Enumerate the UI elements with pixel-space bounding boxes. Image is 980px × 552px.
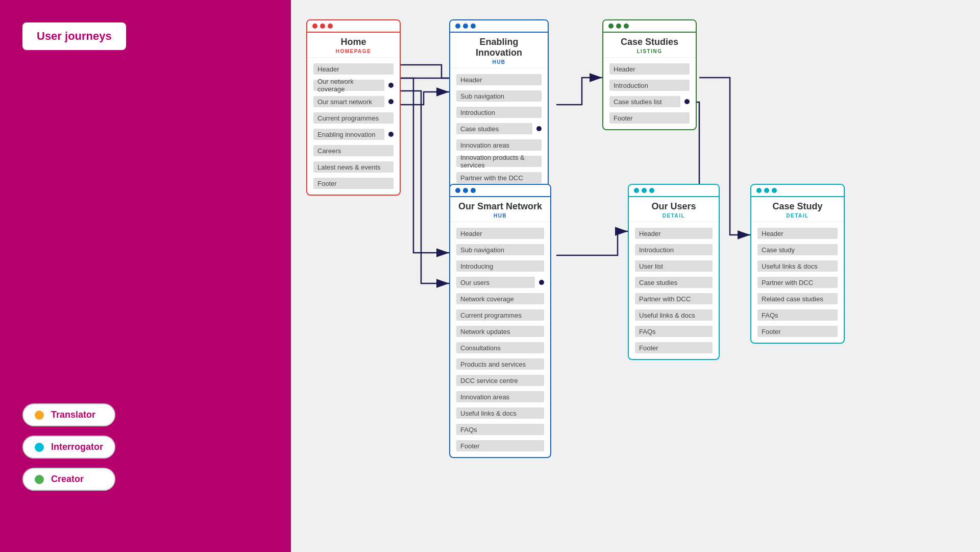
- legend-creator: Creator: [22, 468, 115, 491]
- list-item: Header: [603, 61, 696, 77]
- card-csd-title: Case Study: [756, 201, 839, 212]
- list-item: Partner with DCC: [629, 291, 719, 307]
- list-item: Useful links & docs: [629, 307, 719, 323]
- list-item: Enabling innovation: [307, 126, 400, 142]
- card-cs-title: Case Studies: [608, 37, 691, 47]
- card-sn-items: Header Sub navigation Introducing Our us…: [450, 222, 550, 457]
- legend-interrogator: Interrogator: [22, 436, 115, 459]
- list-item: Introduction: [629, 242, 719, 258]
- list-item: Latest news & events: [307, 159, 400, 175]
- list-item: Innovation areas: [450, 137, 548, 153]
- list-item: Header: [307, 61, 400, 77]
- list-item: DCC service centre: [450, 372, 550, 389]
- card-home-items: Header Our network coverage Our smart ne…: [307, 58, 400, 195]
- main-canvas: Home HOMEPAGE Header Our network coverag…: [291, 0, 980, 552]
- card-cs-items: Header Introduction Case studies list Fo…: [603, 58, 696, 129]
- list-item: Our network coverage: [307, 77, 400, 93]
- creator-dot: [35, 475, 44, 484]
- card-sn-subtitle: HUB: [455, 213, 545, 219]
- card-enabling-innovation: Enabling Innovation HUB Header Sub navig…: [449, 19, 549, 206]
- card-ei-title: Enabling Innovation: [455, 37, 543, 58]
- translator-label: Translator: [51, 410, 95, 420]
- list-item: Case studies list: [603, 93, 696, 110]
- list-item: Consultations: [450, 340, 550, 356]
- list-item: Header: [450, 225, 550, 242]
- card-ou-items: Header Introduction User list Case studi…: [629, 222, 719, 359]
- list-item: Header: [629, 225, 719, 242]
- creator-label: Creator: [51, 474, 84, 485]
- card-cs-subtitle: LISTING: [608, 49, 691, 54]
- list-item: FAQs: [751, 307, 844, 323]
- card-sn-title: Our Smart Network: [455, 201, 545, 212]
- interrogator-dot: [35, 443, 44, 452]
- list-item: FAQs: [629, 323, 719, 340]
- list-item: Introducing: [450, 258, 550, 274]
- list-item: Footer: [629, 340, 719, 356]
- list-item: Useful links & docs: [751, 258, 844, 274]
- card-home-subtitle: HOMEPAGE: [312, 49, 395, 54]
- list-item: Our users: [450, 274, 550, 291]
- user-journeys-button[interactable]: User journeys: [22, 22, 126, 50]
- list-item: Useful links & docs: [450, 405, 550, 421]
- card-home-title: Home: [312, 37, 395, 47]
- card-case-studies: Case Studies LISTING Header Introduction…: [602, 19, 697, 130]
- list-item: Sub navigation: [450, 242, 550, 258]
- legend: Translator Interrogator Creator: [22, 403, 115, 491]
- list-item: Introduction: [450, 104, 548, 121]
- card-csd-items: Header Case study Useful links & docs Pa…: [751, 222, 844, 343]
- list-item: Footer: [751, 323, 844, 340]
- card-ou-title: Our Users: [634, 201, 714, 212]
- list-item: Header: [751, 225, 844, 242]
- list-item: Case study: [751, 242, 844, 258]
- card-csd-subtitle: DETAIL: [756, 213, 839, 219]
- list-item: Sub navigation: [450, 88, 548, 104]
- list-item: Network coverage: [450, 291, 550, 307]
- card-ou-subtitle: DETAIL: [634, 213, 714, 219]
- list-item: Footer: [450, 438, 550, 454]
- interrogator-label: Interrogator: [51, 442, 103, 452]
- list-item: Careers: [307, 142, 400, 159]
- card-ei-subtitle: HUB: [455, 59, 543, 65]
- translator-dot: [35, 411, 44, 420]
- list-item: Related case studies: [751, 291, 844, 307]
- list-item: User list: [629, 258, 719, 274]
- list-item: Current programmes: [450, 307, 550, 323]
- card-case-study-detail: Case Study DETAIL Header Case study Usef…: [750, 184, 845, 344]
- card-our-users: Our Users DETAIL Header Introduction Use…: [628, 184, 720, 360]
- legend-translator: Translator: [22, 403, 115, 426]
- card-smart-network: Our Smart Network HUB Header Sub navigat…: [449, 184, 551, 458]
- list-item: Case studies: [629, 274, 719, 291]
- list-item: Header: [450, 71, 548, 88]
- list-item: Innovation areas: [450, 389, 550, 405]
- list-item: Partner with DCC: [751, 274, 844, 291]
- list-item: Innovation products & services: [450, 153, 548, 170]
- list-item: Network updates: [450, 323, 550, 340]
- list-item: Case studies: [450, 121, 548, 137]
- card-home: Home HOMEPAGE Header Our network coverag…: [306, 19, 401, 196]
- list-item: Our smart network: [307, 93, 400, 110]
- list-item: Products and services: [450, 356, 550, 372]
- list-item: FAQs: [450, 421, 550, 438]
- list-item: Footer: [307, 175, 400, 191]
- sidebar: User journeys Translator Interrogator Cr…: [0, 0, 291, 552]
- list-item: Current programmes: [307, 110, 400, 126]
- list-item: Introduction: [603, 77, 696, 93]
- list-item: Footer: [603, 110, 696, 126]
